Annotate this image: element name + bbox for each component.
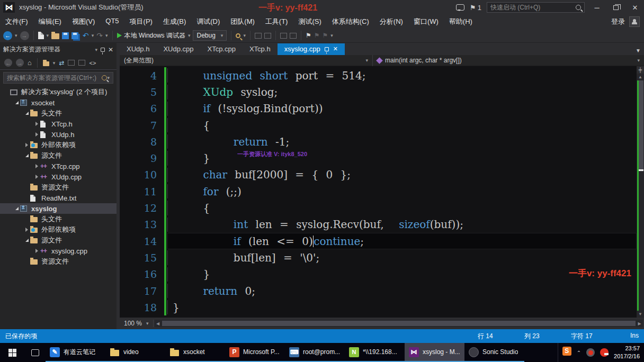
close-button[interactable]: ✕ xyxy=(628,4,642,12)
expanded-arrow-icon[interactable] xyxy=(23,154,30,157)
redo-icon[interactable]: ↷ xyxy=(96,31,103,40)
tree-item-外部依赖项[interactable]: 外部依赖项 xyxy=(0,224,117,235)
code-line-11[interactable]: 11 for (;;) xyxy=(120,183,637,200)
taskbar-app-sonic[interactable]: Sonic Studio xyxy=(464,343,524,362)
tree-item-ReadMe.txt[interactable]: ReadMe.txt xyxy=(0,193,117,203)
tab-list-dropdown[interactable]: ▼ xyxy=(632,48,644,55)
taskbar-app-folder[interactable]: xsocket xyxy=(165,343,225,362)
code-line-16[interactable]: 16 } xyxy=(120,266,637,283)
undo-icon[interactable]: ↶ xyxy=(83,31,89,40)
tree-item-资源文件[interactable]: 资源文件 xyxy=(0,256,117,267)
tree-item-XUdp.cpp[interactable]: ++XUdp.cpp xyxy=(0,171,117,182)
menu-item-3[interactable]: QT5 xyxy=(100,15,124,29)
menu-item-0[interactable]: 文件(F) xyxy=(0,15,33,29)
tree-item-头文件[interactable]: 头文件 xyxy=(0,214,117,224)
tray-expand-icon[interactable]: ⌃ xyxy=(577,350,581,356)
tree-item-xsyslog.cpp[interactable]: ++xsyslog.cpp xyxy=(0,246,117,256)
tab-XTcp.h[interactable]: XTcp.h xyxy=(243,43,278,55)
collapsed-arrow-icon[interactable] xyxy=(33,164,40,168)
taskbar-app-putty[interactable]: root@prom... xyxy=(285,343,345,362)
record-indicator-icon[interactable] xyxy=(586,348,595,357)
tree-item-XTcp.h[interactable]: XTcp.h xyxy=(0,119,117,129)
panel-options-dropdown[interactable]: ▾ xyxy=(95,47,97,52)
pin-icon[interactable] xyxy=(101,48,105,52)
tree-item-XUdp.h[interactable]: XUdp.h xyxy=(0,129,117,140)
scroll-up-icon[interactable]: ▲ xyxy=(637,74,644,80)
save-all-icon[interactable] xyxy=(71,32,78,39)
vertical-scrollbar[interactable]: ╪ ▲ ▼ xyxy=(637,66,644,318)
taskbar-clock[interactable]: 23:57 2017/2/16 xyxy=(614,345,640,360)
redo-dropdown[interactable]: ▾ xyxy=(105,33,108,38)
config-combo[interactable]: Debug▾ xyxy=(193,30,227,41)
show-all-files-icon[interactable] xyxy=(78,60,85,66)
tab-pin-icon[interactable] xyxy=(325,47,329,51)
taskbar-app-folder[interactable]: video xyxy=(105,343,165,362)
expanded-arrow-icon[interactable] xyxy=(13,207,20,210)
start-button[interactable] xyxy=(0,343,24,362)
next-bookmark-icon[interactable]: ⚑ xyxy=(322,32,328,39)
collapsed-arrow-icon[interactable] xyxy=(33,132,40,137)
navigate-back-dropdown[interactable]: ▾ xyxy=(15,33,17,38)
code-line-12[interactable]: 12 { xyxy=(120,200,637,216)
filter-dropdown[interactable]: ▾ xyxy=(53,60,56,66)
collapse-all-icon[interactable] xyxy=(68,60,75,66)
new-file-icon[interactable] xyxy=(38,32,44,39)
code-line-4[interactable]: 4 unsigned short port = 514; xyxy=(120,67,637,84)
pending-changes-filter-icon[interactable] xyxy=(43,61,49,66)
start-debug-button[interactable]: 本地 Windows 调试器 ▾ xyxy=(117,31,191,40)
quick-launch-input[interactable]: 快速启动 (Ctrl+Q) xyxy=(487,2,585,13)
code-line-9[interactable]: 9 } xyxy=(120,150,637,166)
code-line-15[interactable]: 15 buf[len] = '\0'; xyxy=(120,249,637,266)
collapsed-arrow-icon[interactable] xyxy=(33,249,40,253)
tab-close-icon[interactable]: ✕ xyxy=(333,46,338,52)
sogou-input-icon[interactable]: S xyxy=(562,347,571,356)
navigate-back-icon[interactable]: ← xyxy=(3,31,12,40)
restore-button[interactable] xyxy=(609,4,623,12)
tree-item-解决方案'xsyslog' (2 个项目)[interactable]: 解决方案'xsyslog' (2 个项目) xyxy=(0,87,117,97)
collapsed-arrow-icon[interactable] xyxy=(33,175,40,179)
collapsed-arrow-icon[interactable] xyxy=(23,143,30,147)
code-line-7[interactable]: 7 { xyxy=(120,117,637,133)
scroll-down-icon[interactable]: ▼ xyxy=(637,311,644,318)
scope-combo[interactable]: (全局范围) ▾ xyxy=(120,55,373,66)
se-forward-icon[interactable]: → xyxy=(16,59,24,67)
code-line-14[interactable]: 14 if (len <= 0)continue; xyxy=(120,233,637,249)
tree-item-xsyslog[interactable]: xsyslog xyxy=(0,203,117,214)
user-account-icon[interactable] xyxy=(629,16,640,27)
menu-item-11[interactable]: 分析(N) xyxy=(374,15,408,29)
undo-dropdown[interactable]: ▾ xyxy=(92,33,94,38)
toggle-bookmark-icon[interactable]: ⚑ xyxy=(306,32,311,39)
scrollbar-thumb[interactable] xyxy=(639,80,643,171)
find-in-files-icon[interactable] xyxy=(236,33,240,38)
panel-close-icon[interactable]: ✕ xyxy=(108,46,113,53)
menu-item-6[interactable]: 调试(D) xyxy=(191,15,225,29)
hscrollbar-thumb[interactable] xyxy=(162,321,636,326)
feedback-icon[interactable] xyxy=(456,4,464,11)
tree-item-头文件[interactable]: 头文件 xyxy=(0,108,117,119)
menu-item-12[interactable]: 窗口(W) xyxy=(408,15,444,29)
menu-item-9[interactable]: 测试(S) xyxy=(293,15,326,29)
tree-item-源文件[interactable]: 源文件 xyxy=(0,235,117,246)
decrease-indent-icon[interactable] xyxy=(280,33,287,39)
comment-icon[interactable] xyxy=(255,33,262,39)
sync-icon[interactable]: ⇄ xyxy=(59,59,64,67)
menu-item-4[interactable]: 项目(P) xyxy=(124,15,158,29)
expanded-arrow-icon[interactable] xyxy=(23,239,30,242)
taskbar-app-ppt[interactable]: Microsoft P... xyxy=(225,343,285,362)
tree-item-资源文件[interactable]: 资源文件 xyxy=(0,182,117,193)
taskbar-app-npp[interactable]: *\\192.168... xyxy=(345,343,405,362)
new-file-dropdown[interactable]: ▾ xyxy=(47,33,49,38)
code-line-6[interactable]: 6 if (!syslog.Bind(port)) xyxy=(120,101,637,117)
minimize-button[interactable]: ─ xyxy=(590,4,604,12)
code-line-17[interactable]: 17 return 0; xyxy=(120,283,637,299)
tab-XUdp.h[interactable]: XUdp.h xyxy=(120,43,156,55)
tree-item-外部依赖项[interactable]: 外部依赖项 xyxy=(0,140,117,150)
splitter-grip-icon[interactable]: ╪ xyxy=(637,66,644,74)
task-view-button[interactable] xyxy=(24,343,46,362)
expanded-arrow-icon[interactable] xyxy=(13,101,20,104)
scroll-left-icon[interactable]: ◀ xyxy=(155,321,162,326)
home-icon[interactable]: ⌂ xyxy=(28,59,32,67)
tree-item-xsocket[interactable]: xsocket xyxy=(0,97,117,108)
menu-item-8[interactable]: 工具(T) xyxy=(260,15,293,29)
save-icon[interactable] xyxy=(62,32,69,39)
